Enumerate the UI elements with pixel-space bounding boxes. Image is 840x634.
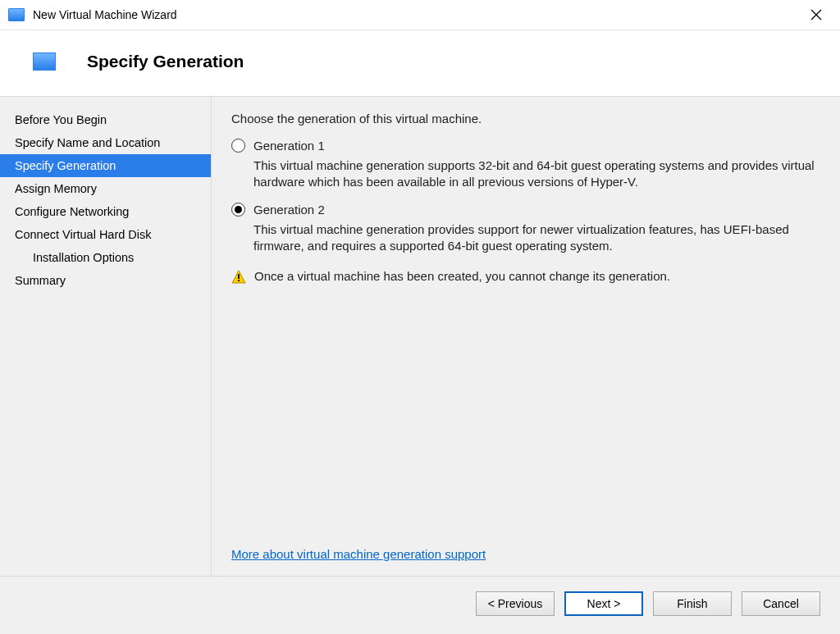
app-icon xyxy=(8,8,25,21)
vm-icon xyxy=(33,52,56,71)
sidebar-step[interactable]: Assign Memory xyxy=(0,177,211,200)
wizard-content: Choose the generation of this virtual ma… xyxy=(212,97,840,576)
warning-row: Once a virtual machine has been created,… xyxy=(231,269,817,285)
content-prompt: Choose the generation of this virtual ma… xyxy=(231,112,817,125)
radio-icon xyxy=(231,203,245,217)
radio-icon xyxy=(231,139,245,153)
sidebar-step[interactable]: Installation Options xyxy=(0,246,211,269)
radio-description: This virtual machine generation supports… xyxy=(253,157,817,191)
generation-option: Generation 1This virtual machine generat… xyxy=(231,139,817,191)
wizard-window: New Virtual Machine Wizard Specify Gener… xyxy=(0,0,840,634)
close-button[interactable] xyxy=(797,2,835,27)
svg-rect-3 xyxy=(238,274,240,279)
next-button[interactable]: Next > xyxy=(564,591,643,616)
wizard-header: Specify Generation xyxy=(0,30,840,96)
sidebar-step[interactable]: Summary xyxy=(0,269,211,292)
sidebar-step[interactable]: Configure Networking xyxy=(0,200,211,223)
radio-row[interactable]: Generation 2 xyxy=(231,203,817,217)
warning-text: Once a virtual machine has been created,… xyxy=(254,269,670,283)
close-icon xyxy=(810,9,822,21)
radio-label: Generation 1 xyxy=(253,139,325,153)
generation-option: Generation 2This virtual machine generat… xyxy=(231,203,817,255)
more-info-link[interactable]: More about virtual machine generation su… xyxy=(231,547,817,561)
sidebar-step[interactable]: Connect Virtual Hard Disk xyxy=(0,223,211,246)
cancel-button[interactable]: Cancel xyxy=(742,591,820,616)
wizard-footer: < Previous Next > Finish Cancel xyxy=(0,576,840,634)
page-title: Specify Generation xyxy=(87,52,244,71)
radio-row[interactable]: Generation 1 xyxy=(231,139,817,153)
sidebar-step[interactable]: Specify Generation xyxy=(0,154,211,177)
radio-description: This virtual machine generation provides… xyxy=(253,221,817,255)
finish-button[interactable]: Finish xyxy=(653,591,732,616)
titlebar: New Virtual Machine Wizard xyxy=(0,0,840,30)
warning-icon xyxy=(231,270,246,285)
svg-rect-4 xyxy=(238,280,240,281)
sidebar-step[interactable]: Before You Begin xyxy=(0,108,211,131)
window-title: New Virtual Machine Wizard xyxy=(33,8,797,21)
radio-label: Generation 2 xyxy=(253,203,325,217)
wizard-steps-sidebar: Before You BeginSpecify Name and Locatio… xyxy=(0,97,212,576)
sidebar-step[interactable]: Specify Name and Location xyxy=(0,131,211,154)
previous-button[interactable]: < Previous xyxy=(476,591,555,616)
wizard-body: Before You BeginSpecify Name and Locatio… xyxy=(0,96,840,576)
